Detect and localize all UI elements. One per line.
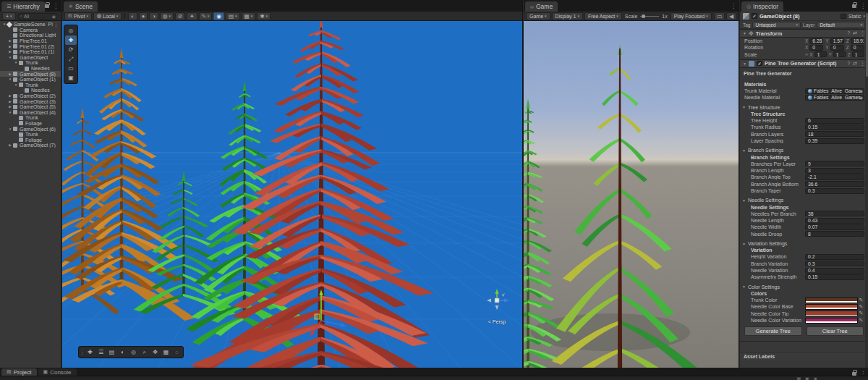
color-swatch[interactable]: [805, 318, 858, 324]
eyedropper-icon[interactable]: ✎: [858, 297, 864, 303]
fold-toggle-icon[interactable]: ▼: [7, 56, 13, 59]
hierarchy-item[interactable]: ▼Trunk: [0, 83, 61, 88]
property-field[interactable]: 9: [805, 161, 864, 166]
move-tool[interactable]: ✚: [65, 35, 77, 45]
tab-project[interactable]: ▤ Project: [1, 368, 37, 376]
panel-menu-icon[interactable]: ⋮: [53, 3, 59, 9]
play-focused-dropdown[interactable]: Play Focused ▾: [671, 12, 712, 20]
section-foldout[interactable]: ▼Branch Settings: [740, 147, 868, 154]
rotate-tool[interactable]: ⟳: [65, 45, 77, 54]
inspector-scrollbar[interactable]: [865, 12, 868, 368]
device-simulator-icon[interactable]: ▭: [714, 12, 725, 20]
tab-console[interactable]: ▣ Console: [38, 368, 77, 376]
eyedropper-icon[interactable]: ✎: [858, 318, 864, 324]
effects-dropdown[interactable]: ◍▾: [160, 12, 174, 20]
cropped-icon[interactable]: ▦: [796, 376, 801, 380]
scale-z-field[interactable]: 1: [852, 51, 864, 57]
shadows-toggle[interactable]: ◑: [149, 12, 158, 20]
camera-dropdown[interactable]: ▤▾: [226, 12, 240, 20]
tab-inspector[interactable]: ◎ Inspector: [741, 1, 783, 12]
hierarchy-item[interactable]: Trunk: [0, 115, 61, 121]
gizmo-overlay[interactable]: ✥: [150, 347, 161, 357]
hierarchy-item[interactable]: ▶GameObject (5): [0, 104, 61, 110]
section-foldout[interactable]: ▼Needle Settings: [740, 197, 868, 204]
property-field[interactable]: 38: [805, 211, 864, 216]
property-field[interactable]: 0.39: [805, 138, 864, 144]
fold-toggle-icon[interactable]: ▼: [7, 127, 13, 131]
hierarchy-item[interactable]: ▼GameObject (1): [0, 77, 61, 83]
hierarchy-item[interactable]: Trunk: [0, 132, 61, 138]
hierarchy-item[interactable]: ▼GameObject (4): [0, 110, 61, 116]
hierarchy-item[interactable]: Directional Light: [0, 33, 61, 38]
panel-menu-icon[interactable]: ⋮: [860, 3, 866, 9]
property-field[interactable]: 0.07: [805, 224, 864, 230]
move-overlay[interactable]: ✚: [85, 347, 95, 357]
property-field[interactable]: -2.1: [805, 174, 864, 180]
panel-menu-icon[interactable]: ⋮: [731, 3, 736, 9]
audio-icon[interactable]: ◀: [726, 12, 736, 20]
property-field[interactable]: 0.3: [805, 188, 864, 194]
scene-visibility-toggle[interactable]: ◉: [213, 12, 224, 20]
create-object-button[interactable]: + ▾: [2, 12, 16, 20]
settings-overlay[interactable]: ◌: [171, 347, 182, 357]
rotation-x-field[interactable]: 0: [809, 45, 823, 51]
rect-tool[interactable]: ▭: [65, 64, 77, 73]
hierarchy-item[interactable]: Needles: [0, 66, 61, 72]
scale-tool[interactable]: ⤢: [65, 54, 77, 64]
presets-icon[interactable]: ⇄: [853, 30, 857, 36]
generate-tree-button[interactable]: Generate Tree: [744, 326, 802, 336]
static-checkbox[interactable]: [841, 14, 846, 19]
pivot-dropdown[interactable]: ⊙ Pivot ▾: [64, 12, 92, 20]
hierarchy-item[interactable]: ▶PineTree.01 (2): [0, 43, 61, 49]
asset-labels-header[interactable]: Asset Labels: [740, 352, 868, 360]
property-field[interactable]: 0.4: [805, 268, 864, 274]
position-y-field[interactable]: 1.577: [830, 38, 844, 44]
hierarchy-item[interactable]: ▶GameObject (3): [0, 98, 61, 104]
section-foldout[interactable]: ▼Tree Structure: [740, 104, 868, 111]
shaded-mode-toggle[interactable]: ◐: [128, 12, 137, 20]
section-foldout[interactable]: ▼Color Settings: [740, 284, 868, 291]
property-field[interactable]: 6: [805, 118, 864, 124]
hierarchy-item[interactable]: Foliage: [0, 121, 61, 127]
tab-hierarchy[interactable]: ☰ Hierarchy: [1, 1, 45, 12]
hierarchy-item[interactable]: Needles: [0, 88, 61, 93]
view-tool[interactable]: ◎: [65, 26, 77, 35]
script-component-header[interactable]: ▼ ✓ Pine Tree Generator (Script) ? ⇄ ⋮: [740, 59, 868, 68]
hierarchy-item[interactable]: ▼GameObject (6): [0, 126, 61, 132]
help-icon[interactable]: ?: [847, 30, 850, 36]
layer-dropdown[interactable]: Default ▾: [817, 22, 865, 28]
fold-toggle-icon[interactable]: ▼: [7, 111, 13, 114]
game-mode-dropdown[interactable]: Game ▾: [526, 12, 550, 20]
tab-game[interactable]: ∞ Game: [525, 1, 558, 12]
position-x-field[interactable]: 6.283: [809, 38, 823, 44]
fold-toggle-icon[interactable]: ▼: [13, 61, 19, 64]
fold-toggle-icon[interactable]: ▼: [7, 77, 13, 81]
lock-icon[interactable]: [852, 4, 856, 8]
fold-toggle-icon[interactable]: ▼: [13, 83, 19, 87]
material-object-field[interactable]: Fables_Alive_Games_PineTreeGer◉: [805, 95, 864, 101]
fold-toggle-icon[interactable]: ▶: [7, 100, 13, 104]
property-field[interactable]: 36.6: [805, 181, 864, 187]
scene-viewport[interactable]: ◎✚⟳⤢▭▣ ⋮✚☰▤◐◎⌕✥▦◌ < Persp: [62, 21, 522, 368]
script-enabled-checkbox[interactable]: ✓: [757, 61, 762, 66]
cropped-icon[interactable]: ◉: [814, 376, 817, 380]
hierarchy-item[interactable]: ▶GameObject (2): [0, 93, 61, 99]
eyedropper-icon[interactable]: ✎: [858, 311, 864, 316]
clear-tree-button[interactable]: Clear Tree: [807, 326, 864, 336]
tab-scene[interactable]: ✳ Scene: [64, 1, 98, 12]
property-field[interactable]: 0.3: [805, 261, 864, 266]
transform-component-header[interactable]: ▼ ✥ Transform ? ⇄ ⋮: [740, 29, 868, 38]
help-icon[interactable]: ?: [847, 61, 850, 67]
grid-dropdown[interactable]: ▦▾: [242, 12, 256, 20]
scale-slider[interactable]: [640, 12, 659, 20]
scale-y-field[interactable]: 1: [833, 51, 846, 57]
color-swatch[interactable]: [805, 297, 858, 303]
audio-mute-toggle[interactable]: ⊘: [175, 12, 185, 20]
fold-toggle-icon[interactable]: ▶: [7, 39, 13, 43]
lighting-toggle[interactable]: ●: [139, 12, 148, 20]
view-options-overlay[interactable]: ▤: [106, 347, 117, 357]
hierarchy-item[interactable]: ▶PineTree.01 (1): [0, 49, 61, 55]
eyedropper-icon[interactable]: ✎: [858, 304, 864, 310]
property-field[interactable]: 8: [805, 231, 864, 237]
rotation-z-field[interactable]: 0: [851, 45, 864, 51]
